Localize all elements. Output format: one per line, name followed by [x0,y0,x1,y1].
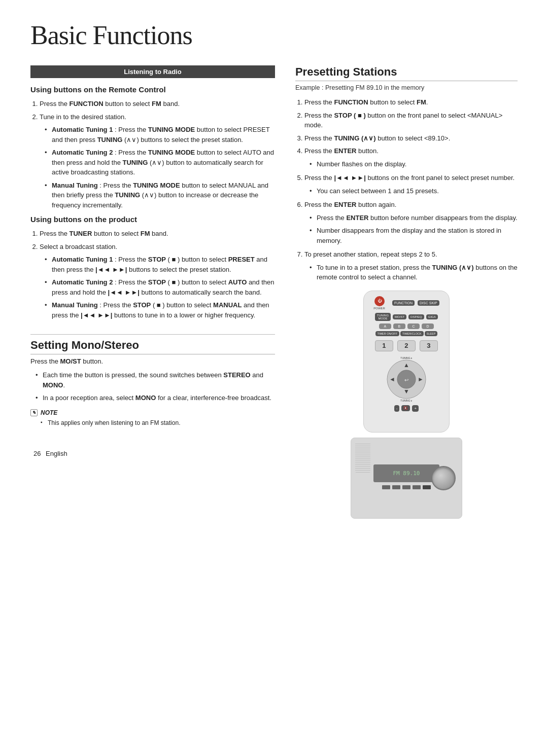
example-text: Example : Presetting FM 89.10 in the mem… [295,84,518,91]
timer-on-off-btn[interactable]: TIMER ON/OFF [375,331,399,336]
product-step-2: Select a broadcast station. Automatic Tu… [40,242,275,320]
product-knob[interactable] [431,466,456,490]
power-btn[interactable]: ⏻ [374,296,385,306]
mono-stereo-section: Setting Mono/Stereo Press the MO/ST butt… [30,334,275,427]
vol-down-btn[interactable]: - [394,405,400,412]
disp-eq-btn[interactable]: DSP/EQ [408,314,424,319]
remote-timer-row: TIMER ON/OFF TIMER/CLOCK SLEEP [368,331,445,336]
note-label: NOTE [41,409,57,416]
preset-step-3: Press the TUNING (∧∨) button to select <… [304,133,518,143]
mo-st-btn[interactable]: MO/ST [393,314,406,319]
presetting-title: Presetting Stations [295,65,518,81]
mute-btn[interactable]: 🔇 [401,405,410,411]
preset-bullet-4a: Number flashes on the display. [310,159,518,169]
product-bullet-at2: Automatic Tuning 2 : Press the STOP ( ■ … [45,277,275,297]
preset-step-5-bullets: You can select between 1 and 15 presets. [304,186,518,196]
remote-mode-row: TUNINGMODE MO/ST DSP/EQ GIGA [368,313,445,321]
remote-top-row: ⏻ POWER FUNCTION DISC SKIP [368,296,445,310]
sleep-btn[interactable]: SLEEP [425,331,438,336]
remote-control-image: ⏻ POWER FUNCTION DISC SKIP TUNINGMODE [363,291,450,433]
speaker-grill [355,442,370,473]
preset-step-1: Press the FUNCTION button to select FM. [304,97,518,107]
left-column: Listening to Radio Using buttons on the … [30,65,275,519]
remote-abcd-row: A B C D [368,323,445,329]
product-btn-3[interactable] [402,485,410,489]
mono-stereo-intro: Press the MO/ST button. [30,357,275,365]
language-label: English [44,450,67,457]
right-column: Presetting Stations Example : Presetting… [295,65,518,519]
note-icon: ✎ [30,409,38,416]
preset-step-6-bullets: Press the ENTER button before number dis… [304,213,518,246]
note-item-1: This applies only when listening to an F… [41,418,275,427]
note-section: ✎ NOTE This applies only when listening … [30,409,275,427]
note-list: This applies only when listening to an F… [30,418,275,427]
images-area: ⏻ POWER FUNCTION DISC SKIP TUNINGMODE [295,291,518,519]
preset-step-4-bullets: Number flashes on the display. [304,159,518,169]
remote-step-2-bullets: Automatic Tuning 1 : Press the TUNING MO… [40,125,275,210]
timer-clock-btn[interactable]: TIMER/CLOCK [400,331,424,336]
product-bullet-mt: Manual Tuning : Press the STOP ( ■ ) but… [45,300,275,320]
preset-step-5: Press the |◄◄ ►►| buttons on the front p… [304,173,518,196]
mono-stereo-title: Setting Mono/Stereo [30,339,275,354]
product-buttons [382,485,431,489]
num-2-btn[interactable]: 2 [397,340,416,351]
preset-step-7-bullets: To tune in to a preset station, press th… [304,263,518,282]
btn-b[interactable]: B [393,323,405,329]
presetting-steps-list: Press the FUNCTION button to select FM. … [295,97,518,282]
remote-steps-list: Press the FUNCTION button to select FM b… [30,99,275,210]
remote-numbers-row: 1 2 3 [368,340,445,351]
remote-bottom-row: - 🔇 + [368,405,445,412]
remote-step-1: Press the FUNCTION button to select FM b… [40,99,275,109]
product-subsection-title: Using buttons on the product [30,215,275,224]
preset-bullet-6a: Press the ENTER button before number dis… [310,213,518,223]
product-btn-1[interactable] [382,485,390,489]
product-btn-4[interactable] [413,485,421,489]
mono-bullet-1: Each time the button is pressed, the sou… [36,370,275,390]
remote-bullet-mt: Manual Tuning : Press the TUNING MODE bu… [45,181,275,210]
remote-bullet-at2: Automatic Tuning 2 : Press the TUNING MO… [45,148,275,177]
function-btn[interactable]: FUNCTION [392,300,415,306]
page-number-area: 26 English [30,448,275,458]
product-display: FM 89.10 [373,464,439,482]
product-btn-2[interactable] [392,485,400,489]
remote-bullet-at1: Automatic Tuning 1 : Press the TUNING MO… [45,125,275,145]
preset-step-2: Press the STOP ( ■ ) button on the front… [304,111,518,130]
product-device-image: FM 89.10 [351,438,462,519]
svg-text:◄: ◄ [389,376,395,383]
product-step-2-bullets: Automatic Tuning 1 : Press the STOP ( ■ … [40,255,275,320]
svg-text:▲: ▲ [403,362,409,369]
mono-stereo-bullets: Each time the button is pressed, the sou… [30,370,275,403]
function-bold: FUNCTION [70,100,104,107]
preset-bullet-5a: You can select between 1 and 15 presets. [310,186,518,196]
nav-wheel: TUNING∧ TUNING∨ ▲ ▼ ◄ ► ↩ [384,356,429,402]
tuning-down-label: TUNING∨ [400,399,412,402]
product-step-1: Press the TUNER button to select FM band… [40,229,275,239]
vol-up-btn[interactable]: + [412,405,419,412]
power-label: POWER [373,307,385,310]
svg-text:▼: ▼ [403,388,409,395]
product-steps-list: Press the TUNER button to select FM band… [30,229,275,320]
disc-skip-btn[interactable]: DISC SKIP [418,300,439,306]
giga-btn[interactable]: GIGA [426,314,438,319]
remote-subsection-title: Using buttons on the Remote Control [30,85,275,94]
product-btn-stop[interactable] [423,485,431,489]
preset-step-7: To preset another station, repeat steps … [304,249,518,282]
preset-bullet-6b: Number disappears from the display and t… [310,226,518,245]
note-title: ✎ NOTE [30,409,275,416]
num-1-btn[interactable]: 1 [375,340,393,351]
svg-text:►: ► [418,376,424,383]
mono-bullet-2: In a poor reception area, select MONO fo… [36,393,275,403]
num-3-btn[interactable]: 3 [420,340,438,351]
preset-step-6: Press the ENTER button again. Press the … [304,200,518,245]
tuning-mode-btn[interactable]: TUNINGMODE [375,313,391,321]
page-number: 26 [33,450,41,457]
btn-a[interactable]: A [379,323,391,329]
btn-c[interactable]: C [407,323,420,329]
btn-d[interactable]: D [422,323,434,329]
preset-bullet-7a: To tune in to a preset station, press th… [310,263,518,282]
nav-circle-svg: ▲ ▼ ◄ ► ↩ [386,359,427,400]
display-text: FM 89.10 [393,470,420,477]
preset-step-4: Press the ENTER button. Number flashes o… [304,146,518,169]
product-bullet-at1: Automatic Tuning 1 : Press the STOP ( ■ … [45,255,275,274]
divider-1 [30,334,275,335]
